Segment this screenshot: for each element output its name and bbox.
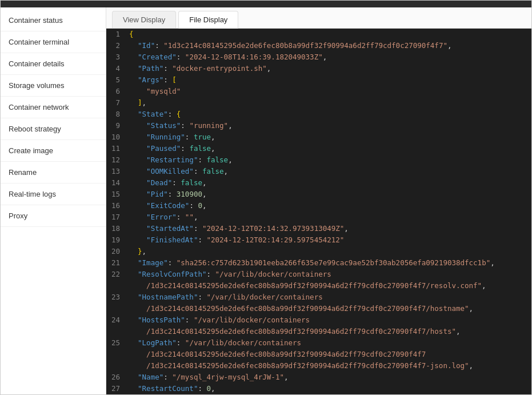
line-number: 17	[106, 212, 127, 223]
line-number: 24	[106, 314, 127, 326]
tab-file-display[interactable]: File Display	[178, 11, 238, 29]
line-code: "LogPath": "/var/lib/docker/containers	[127, 337, 531, 349]
sidebar-item-proxy[interactable]: Proxy	[1, 205, 106, 227]
sidebar-item-storage-volumes[interactable]: Storage volumes	[1, 75, 106, 97]
line-number: 5	[106, 74, 127, 86]
sidebar-item-container-details[interactable]: Container details	[1, 53, 106, 75]
table-row: 25 "LogPath": "/var/lib/docker/container…	[106, 337, 531, 349]
sidebar-item-reboot-strategy[interactable]: Reboot strategy	[1, 118, 106, 140]
table-row: 1{	[106, 29, 531, 40]
line-code: },	[127, 246, 531, 257]
line-number: 2	[106, 40, 127, 51]
line-number: 9	[106, 120, 127, 131]
table-row: /1d3c214c08145295de2de6fec80b8a99df32f90…	[106, 280, 531, 292]
line-number: 14	[106, 177, 127, 189]
line-number: 1	[106, 29, 127, 40]
line-code: "Path": "docker-entrypoint.sh",	[127, 63, 531, 74]
table-row: 10 "Running": true,	[106, 131, 531, 143]
main-content: View DisplayFile Display 1{2 "Id": "1d3c…	[106, 7, 531, 394]
content-area: Container statusContainer terminalContai…	[1, 7, 531, 394]
line-code: "HostnamePath": "/var/lib/docker/contain…	[127, 292, 531, 303]
line-number	[106, 326, 127, 337]
line-code: ],	[127, 97, 531, 109]
table-row: 3 "Created": "2024-12-08T14:16:39.182049…	[106, 51, 531, 63]
line-code: "Restarting": false,	[127, 154, 531, 166]
sidebar-item-create-image[interactable]: Create image	[1, 140, 106, 162]
table-row: 5 "Args": [	[106, 74, 531, 86]
table-row: 19 "FinishedAt": "2024-12-12T02:14:29.59…	[106, 234, 531, 246]
line-code: "OOMKilled": false,	[127, 166, 531, 177]
tab-bar: View DisplayFile Display	[106, 7, 531, 29]
line-number: 18	[106, 223, 127, 234]
line-code: "Status": "running",	[127, 120, 531, 131]
line-code: /1d3c214c08145295de2de6fec80b8a99df32f90…	[127, 360, 531, 372]
table-row: 26 "Name": "/mysql_4rjw-mysql_4rJW-1",	[106, 372, 531, 383]
line-number: 13	[106, 166, 127, 177]
line-code: "Dead": false,	[127, 177, 531, 189]
line-number: 22	[106, 269, 127, 280]
table-row: /1d3c214c08145295de2de6fec80b8a99df32f90…	[106, 349, 531, 360]
line-code: "Id": "1d3c214c08145295de2de6fec80b8a99d…	[127, 40, 531, 51]
table-row: 8 "State": {	[106, 109, 531, 120]
line-number: 23	[106, 292, 127, 303]
line-number: 16	[106, 200, 127, 212]
line-number: 4	[106, 63, 127, 74]
table-row: 17 "Error": "",	[106, 212, 531, 223]
line-code: "Name": "/mysql_4rjw-mysql_4rJW-1",	[127, 372, 531, 383]
line-number: 8	[106, 109, 127, 120]
title-bar	[1, 1, 531, 7]
line-code: {	[127, 29, 531, 40]
line-number: 25	[106, 337, 127, 349]
table-row: 2 "Id": "1d3c214c08145295de2de6fec80b8a9…	[106, 40, 531, 51]
line-number: 7	[106, 97, 127, 109]
table-row: 4 "Path": "docker-entrypoint.sh",	[106, 63, 531, 74]
line-number: 27	[106, 383, 127, 394]
line-code: "StartedAt": "2024-12-12T02:14:32.973931…	[127, 223, 531, 234]
code-table: 1{2 "Id": "1d3c214c08145295de2de6fec80b8…	[106, 29, 531, 394]
sidebar: Container statusContainer terminalContai…	[1, 7, 106, 394]
line-code: "Image": "sha256:c757d623b1901eeba266f63…	[127, 257, 531, 269]
table-row: 23 "HostnamePath": "/var/lib/docker/cont…	[106, 292, 531, 303]
line-number: 26	[106, 372, 127, 383]
line-code: "ResolvConfPath": "/var/lib/docker/conta…	[127, 269, 531, 280]
table-row: /1d3c214c08145295de2de6fec80b8a99df32f90…	[106, 360, 531, 372]
tab-view-display[interactable]: View Display	[112, 11, 176, 28]
line-number: 11	[106, 143, 127, 154]
line-code: /1d3c214c08145295de2de6fec80b8a99df32f90…	[127, 349, 531, 360]
line-code: "State": {	[127, 109, 531, 120]
table-row: 27 "RestartCount": 0,	[106, 383, 531, 394]
table-row: 9 "Status": "running",	[106, 120, 531, 131]
line-code: "Error": "",	[127, 212, 531, 223]
table-row: 11 "Paused": false,	[106, 143, 531, 154]
table-row: 24 "HostsPath": "/var/lib/docker/contain…	[106, 314, 531, 326]
line-code: /1d3c214c08145295de2de6fec80b8a99df32f90…	[127, 326, 531, 337]
table-row: 18 "StartedAt": "2024-12-12T02:14:32.973…	[106, 223, 531, 234]
table-row: 6 "mysqld"	[106, 86, 531, 97]
table-row: 22 "ResolvConfPath": "/var/lib/docker/co…	[106, 269, 531, 280]
line-code: /1d3c214c08145295de2de6fec80b8a99df32f90…	[127, 280, 531, 292]
line-code: "FinishedAt": "2024-12-12T02:14:29.59754…	[127, 234, 531, 246]
table-row: 14 "Dead": false,	[106, 177, 531, 189]
line-number	[106, 280, 127, 292]
line-code: "ExitCode": 0,	[127, 200, 531, 212]
table-row: 21 "Image": "sha256:c757d623b1901eeba266…	[106, 257, 531, 269]
line-code: /1d3c214c08145295de2de6fec80b8a99df32f90…	[127, 303, 531, 314]
line-number: 19	[106, 234, 127, 246]
main-window: Container statusContainer terminalContai…	[0, 0, 532, 395]
sidebar-item-container-terminal[interactable]: Container terminal	[1, 31, 106, 53]
line-number: 6	[106, 86, 127, 97]
table-row: 7 ],	[106, 97, 531, 109]
line-number	[106, 303, 127, 314]
line-code: "Running": true,	[127, 131, 531, 143]
sidebar-item-real-time-logs[interactable]: Real-time logs	[1, 183, 106, 205]
sidebar-item-container-network[interactable]: Container network	[1, 97, 106, 118]
line-code: "HostsPath": "/var/lib/docker/containers	[127, 314, 531, 326]
table-row: 15 "Pid": 310900,	[106, 189, 531, 200]
table-row: /1d3c214c08145295de2de6fec80b8a99df32f90…	[106, 326, 531, 337]
sidebar-item-rename[interactable]: Rename	[1, 162, 106, 183]
code-area[interactable]: 1{2 "Id": "1d3c214c08145295de2de6fec80b8…	[106, 29, 531, 394]
sidebar-item-container-status[interactable]: Container status	[1, 10, 106, 31]
line-code: "Args": [	[127, 74, 531, 86]
line-code: "Pid": 310900,	[127, 189, 531, 200]
line-number: 10	[106, 131, 127, 143]
